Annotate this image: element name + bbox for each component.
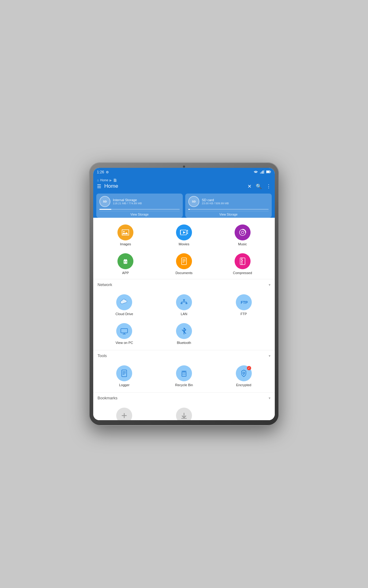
close-icon[interactable]: ✕ <box>247 183 251 189</box>
internal-storage-card[interactable]: SD Internal Storage 118.21 MB / 774.89 M… <box>96 194 183 218</box>
category-app[interactable]: APP <box>98 251 154 277</box>
network-section-title: Network <box>98 282 112 287</box>
network-grid: Cloud Drive LAN FTP FTP <box>94 292 274 347</box>
breadcrumb-file-icon: 📄 <box>113 179 117 182</box>
svg-rect-44 <box>182 372 186 376</box>
breadcrumb: ⌂ Home ▶ 📄 <box>97 178 271 182</box>
logger-icon <box>116 365 132 381</box>
settings-icon: ⚙ <box>106 170 109 174</box>
battery-icon <box>266 170 271 174</box>
documents-label: Documents <box>175 271 193 275</box>
svg-point-17 <box>241 231 244 234</box>
sdcard-storage-usage: 23.00 KB / 509.99 MB <box>202 202 229 205</box>
more-icon[interactable]: ⋮ <box>266 183 271 189</box>
network-ftp-item[interactable]: FTP FTP <box>215 292 272 318</box>
recycle-icon <box>176 365 192 381</box>
sdcard-storage-icon: SD <box>188 196 199 207</box>
svg-text:FTP: FTP <box>241 300 248 305</box>
svg-rect-14 <box>187 232 188 232</box>
sdcard-storage-card[interactable]: SD SD card 23.00 KB / 509.99 MB View Sto… <box>185 194 272 218</box>
encrypted-label: Encrypted <box>236 383 251 387</box>
lan-label: LAN <box>181 312 187 316</box>
bluetooth-icon <box>176 323 192 339</box>
page-title: Home <box>104 183 118 189</box>
music-label: Music <box>238 242 247 246</box>
svg-rect-2 <box>263 171 263 174</box>
search-icon[interactable]: 🔍 <box>256 183 262 189</box>
category-movies[interactable]: Movies <box>156 222 212 248</box>
ftp-label: FTP <box>240 312 247 316</box>
svg-rect-6 <box>266 171 270 173</box>
tools-encrypted-item[interactable]: ✓ Encrypted <box>215 363 272 389</box>
internal-storage-progress <box>99 209 180 210</box>
tools-section-title: Tools <box>98 353 107 358</box>
cloud-label: Cloud Drive <box>116 312 133 316</box>
svg-rect-20 <box>182 258 186 265</box>
tablet-device: 1:26 ⚙ ⌂ Home ▶ 📄 <box>89 162 279 426</box>
category-documents[interactable]: Documents <box>156 251 212 277</box>
categories-section: Images Movies Music <box>93 218 275 279</box>
bookmarks-grid: Add Download <box>94 405 274 420</box>
network-section-header[interactable]: Network ▾ <box>93 279 275 290</box>
svg-rect-11 <box>180 232 181 232</box>
ftp-icon: FTP <box>236 294 252 310</box>
svg-rect-24 <box>240 258 245 265</box>
svg-marker-9 <box>183 231 186 234</box>
bookmarks-download-item[interactable]: Download <box>155 405 213 420</box>
internal-storage-fill <box>99 209 111 210</box>
network-lan-item[interactable]: LAN <box>155 292 213 318</box>
svg-rect-3 <box>264 170 264 174</box>
images-icon <box>117 224 133 240</box>
svg-rect-37 <box>121 329 128 333</box>
svg-point-19 <box>126 262 127 262</box>
tablet-screen: 1:26 ⚙ ⌂ Home ▶ 📄 <box>93 168 275 420</box>
breadcrumb-separator: ▶ <box>109 179 112 182</box>
encrypted-badge: ✓ <box>247 366 251 370</box>
svg-rect-0 <box>260 172 261 174</box>
download-icon <box>176 408 192 420</box>
bookmarks-section: Bookmarks ▾ Add <box>93 392 275 420</box>
sdcard-storage-fill <box>188 209 190 210</box>
movies-icon <box>176 224 192 240</box>
toolbar: ☰ Home ✕ 🔍 ⋮ <box>97 183 271 189</box>
sdcard-storage-title: SD card <box>202 198 229 202</box>
home-breadcrumb-icon: ⌂ <box>97 178 99 182</box>
categories-grid: Images Movies Music <box>96 222 272 277</box>
camera <box>183 165 185 168</box>
tools-section-header[interactable]: Tools ▾ <box>93 350 275 361</box>
svg-rect-12 <box>180 233 181 234</box>
storage-section: SD Internal Storage 118.21 MB / 774.89 M… <box>93 191 275 218</box>
bookmarks-section-title: Bookmarks <box>98 396 117 400</box>
network-viewpc-item[interactable]: View on PC <box>96 321 153 347</box>
category-music[interactable]: Music <box>214 222 270 248</box>
wifi-icon <box>253 170 258 174</box>
svg-rect-29 <box>183 299 185 301</box>
network-bluetooth-item[interactable]: Bluetooth <box>155 321 213 347</box>
lan-icon <box>176 294 192 310</box>
compressed-label: Compressed <box>233 271 252 275</box>
bookmarks-section-header[interactable]: Bookmarks ▾ <box>93 392 275 403</box>
svg-rect-31 <box>186 303 187 304</box>
bookmarks-add-item[interactable]: Add <box>96 405 153 420</box>
cloud-icon <box>116 294 132 310</box>
network-cloud-item[interactable]: Cloud Drive <box>96 292 153 318</box>
music-icon <box>235 224 251 240</box>
app-header: ⌂ Home ▶ 📄 ☰ Home ✕ 🔍 ⋮ <box>93 176 275 191</box>
category-images[interactable]: Images <box>98 222 154 248</box>
svg-point-49 <box>243 372 245 374</box>
svg-rect-1 <box>261 172 262 174</box>
tools-recycle-item[interactable]: Recycle Bin <box>155 363 213 389</box>
tools-logger-item[interactable]: Logger <box>96 363 153 389</box>
encrypted-icon: ✓ <box>236 365 252 381</box>
logger-label: Logger <box>119 383 129 387</box>
app-icon <box>117 253 133 269</box>
sdcard-view-storage-button[interactable]: View Storage <box>188 211 269 218</box>
menu-icon[interactable]: ☰ <box>97 183 101 189</box>
viewpc-icon <box>116 323 132 339</box>
category-compressed[interactable]: Compressed <box>214 251 270 277</box>
internal-storage-title: Internal Storage <box>113 198 142 202</box>
home-breadcrumb-label: Home <box>100 179 109 182</box>
viewpc-label: View on PC <box>116 341 133 345</box>
internal-view-storage-button[interactable]: View Storage <box>99 211 180 218</box>
bookmarks-chevron-icon: ▾ <box>269 396 270 400</box>
